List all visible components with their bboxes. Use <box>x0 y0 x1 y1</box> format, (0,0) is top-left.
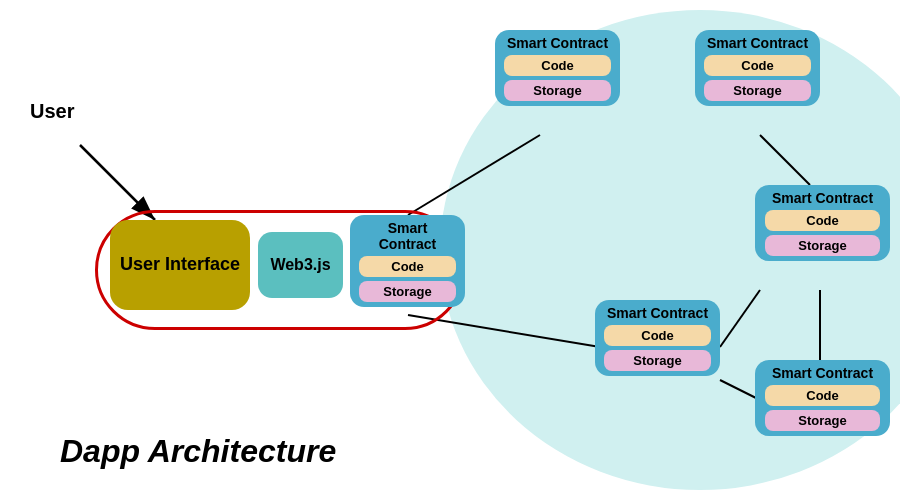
sc-botright-code: Code <box>765 385 880 406</box>
sc-main-code: Code <box>359 256 457 277</box>
svg-line-7 <box>720 380 760 400</box>
sc-topright-title: Smart Contract <box>699 30 816 53</box>
sc-main-title: Smart Contract <box>350 215 465 254</box>
smart-contract-top-right: Smart Contract Code Storage <box>695 30 820 106</box>
sc-midright-storage: Storage <box>765 235 880 256</box>
sc-topright-code: Code <box>704 55 810 76</box>
user-label: User <box>30 100 74 123</box>
user-interface-label: User Interface <box>120 254 240 276</box>
sc-main-storage: Storage <box>359 281 457 302</box>
sc-midleft-title: Smart Contract <box>599 300 716 323</box>
sc-topright-storage: Storage <box>704 80 810 101</box>
smart-contract-bot-right: Smart Contract Code Storage <box>755 360 890 436</box>
user-interface-box: User Interface <box>110 220 250 310</box>
sc-topleft-code: Code <box>504 55 610 76</box>
smart-contract-mid-right: Smart Contract Code Storage <box>755 185 890 261</box>
sc-botright-storage: Storage <box>765 410 880 431</box>
svg-line-0 <box>80 145 155 220</box>
sc-midleft-code: Code <box>604 325 710 346</box>
diagram-container: User User Interface Web3.js Smart Contra… <box>0 0 900 500</box>
sc-midleft-storage: Storage <box>604 350 710 371</box>
smart-contract-top-left: Smart Contract Code Storage <box>495 30 620 106</box>
dapp-architecture-title: Dapp Architecture <box>60 433 336 470</box>
sc-midright-title: Smart Contract <box>764 185 881 208</box>
smart-contract-main: Smart Contract Code Storage <box>350 215 465 307</box>
sc-midright-code: Code <box>765 210 880 231</box>
sc-topleft-title: Smart Contract <box>499 30 616 53</box>
smart-contract-mid-left: Smart Contract Code Storage <box>595 300 720 376</box>
sc-botright-title: Smart Contract <box>764 360 881 383</box>
sc-topleft-storage: Storage <box>504 80 610 101</box>
svg-line-6 <box>720 290 760 347</box>
web3js-box: Web3.js <box>258 232 343 298</box>
svg-line-2 <box>408 135 540 215</box>
web3js-label: Web3.js <box>270 256 330 274</box>
svg-line-4 <box>760 135 810 185</box>
